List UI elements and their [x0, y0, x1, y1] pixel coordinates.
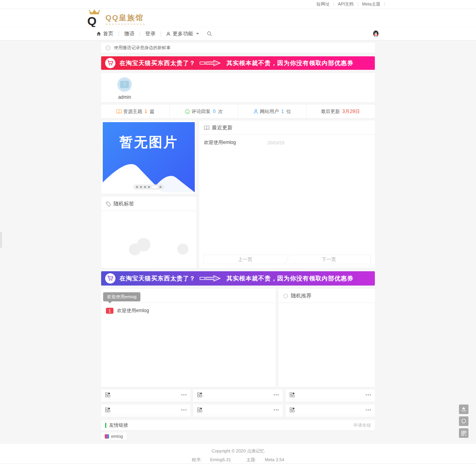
left-edge-handle[interactable] — [0, 232, 2, 248]
random-tags-title: 随机标签 — [113, 200, 134, 207]
main-content: 使用微语记录您身边的新鲜事 在淘宝天猫买东西太贵了？ 其实根本就不贵，因为你没有… — [101, 43, 375, 440]
image-slider[interactable]: 暂无图片 — [101, 121, 196, 194]
floating-toolbar: TOP — [459, 405, 468, 438]
slider-dots — [133, 184, 164, 190]
profile-user[interactable]: ? admin — [115, 77, 134, 100]
secondary-columns: 欢迎使用emlog 热度榜单 1 欢迎使用emlog 随机推荐 — [101, 289, 375, 387]
avatar[interactable]: ? — [117, 77, 132, 92]
recent-updates-card: 最近更新 欢迎使用emlog 20/03/29 上一页 下一页 — [199, 121, 375, 268]
stat-users[interactable]: 网站用户1位 — [238, 105, 307, 118]
banner-answer: 其实根本就不贵，因为你没有领取内部优惠券 — [226, 59, 353, 67]
category-card[interactable] — [101, 405, 190, 417]
qq-penguin-avatar[interactable] — [372, 30, 379, 37]
footer: Copyright © 2020 点滴记忆 程序: Emlog5.31 主题: … — [0, 444, 476, 463]
qrcode-button[interactable] — [459, 428, 468, 438]
topbar-link-short-url[interactable]: 短网址 — [313, 1, 334, 7]
friend-link-emlog[interactable]: emlog — [101, 433, 127, 440]
category-card[interactable] — [193, 389, 282, 402]
banner-answer: 其实根本就不贵，因为你没有领取内部优惠券 — [226, 275, 353, 282]
notice-text: 使用微语记录您身边的新鲜事 — [114, 45, 171, 51]
slider-dot[interactable] — [144, 186, 146, 188]
hot-list-item[interactable]: 1 欢迎使用emlog — [101, 303, 276, 318]
tag-blob — [129, 244, 141, 255]
nav-bar: 首页 微语 登录 更多功能 — [0, 27, 476, 40]
ad-banner-taobao-bottom[interactable]: 在淘宝天猫买东西太贵了？ 其实根本就不贵，因为你没有领取内部优惠券 — [101, 271, 375, 286]
slider-dot[interactable] — [136, 186, 138, 188]
category-cards-grid — [101, 389, 375, 417]
more-options-icon[interactable] — [181, 394, 186, 395]
slider-dot[interactable] — [148, 186, 150, 188]
stats-bar: 资源主题1篇 评论回复0次 网站用户1位 最后更新3月29日 — [101, 105, 375, 118]
post-link[interactable]: 欢迎使用emlog — [117, 307, 149, 314]
qq-penguin-icon — [372, 30, 379, 37]
speech-bubble-icon — [461, 418, 466, 424]
grid-icon — [290, 407, 295, 412]
nav-item-home[interactable]: 首页 — [91, 30, 119, 37]
site-logo[interactable]: Q QQ皇族馆 QQHUANGZUGUAN — [87, 10, 146, 26]
grid-icon — [197, 407, 202, 412]
cart-circle — [105, 58, 115, 68]
grid-icon — [290, 392, 295, 397]
recent-post-row[interactable]: 欢迎使用emlog 20/03/29 — [199, 135, 375, 150]
book-icon — [116, 109, 122, 114]
stat-comments[interactable]: 评论回复0次 — [170, 105, 238, 118]
cart-icon — [107, 275, 113, 282]
pagination: 上一页 下一页 — [203, 255, 371, 264]
site-subtitle: QQHUANGZUGUAN — [106, 23, 146, 25]
rank-badge: 1 — [106, 308, 113, 314]
recent-updates-title: 最近更新 — [212, 124, 232, 131]
logo-letter: Q — [87, 15, 96, 27]
topbar-link-meta-theme[interactable]: Meta主题 — [358, 1, 384, 7]
random-tags-card: 随机标签 — [101, 197, 196, 268]
no-image-text: 暂无图片 — [103, 133, 195, 151]
search-button[interactable] — [207, 31, 212, 36]
profile-card: ? admin — [101, 73, 375, 102]
more-options-icon[interactable] — [274, 394, 279, 395]
more-options-icon[interactable] — [366, 394, 371, 395]
slider-dot-active[interactable] — [152, 186, 157, 188]
smiley-icon — [185, 109, 190, 114]
slider-dot[interactable] — [159, 186, 161, 188]
home-icon — [96, 31, 101, 36]
category-card[interactable] — [101, 389, 190, 402]
banner-question: 在淘宝天猫买东西太贵了？ — [119, 59, 196, 67]
more-options-icon[interactable] — [274, 409, 279, 410]
image-placeholder-icon: ? — [120, 81, 129, 88]
nav-item-login[interactable]: 登录 — [140, 30, 161, 37]
refresh-icon — [283, 293, 288, 299]
notice-bar[interactable]: 使用微语记录您身边的新鲜事 — [101, 43, 375, 53]
slider-slide[interactable]: 暂无图片 — [103, 122, 195, 192]
comment-button[interactable] — [459, 416, 468, 426]
friend-links-list: emlog — [101, 433, 375, 440]
nav-item-weiyu[interactable]: 微语 — [119, 30, 140, 37]
grid-icon — [105, 392, 110, 397]
topbar-link-api-docs[interactable]: API文档 — [334, 1, 358, 7]
arrow-right-icon — [200, 275, 223, 282]
arrow-right-icon — [200, 59, 223, 67]
nav-item-more[interactable]: 更多功能 — [161, 30, 204, 37]
more-options-icon[interactable] — [366, 409, 371, 410]
logo-q-mark: Q — [87, 10, 102, 26]
slider-dot[interactable] — [140, 186, 142, 188]
accent-bar — [105, 423, 106, 428]
stat-resource-topics[interactable]: 资源主题1篇 — [101, 105, 170, 118]
theme-version: Meta 3.54 — [265, 457, 284, 462]
back-to-top-button[interactable]: TOP — [459, 405, 468, 414]
qrcode-icon — [461, 431, 466, 436]
next-page-button[interactable]: 下一页 — [287, 255, 370, 264]
cart-circle — [105, 273, 115, 284]
arrow-up-icon — [462, 407, 465, 409]
prev-page-button[interactable]: 上一页 — [203, 255, 287, 264]
chevron-down-icon — [196, 33, 199, 35]
ad-banner-taobao-top[interactable]: 在淘宝天猫买东西太贵了？ 其实根本就不贵，因为你没有领取内部优惠券 — [101, 56, 375, 70]
apply-link-button[interactable]: 申请友链 — [353, 422, 371, 428]
post-link[interactable]: 欢迎使用emlog — [204, 139, 267, 146]
category-card[interactable] — [286, 389, 375, 402]
user-icon — [166, 32, 171, 36]
more-options-icon[interactable] — [181, 409, 186, 410]
book-open-icon — [204, 125, 209, 130]
category-card[interactable] — [286, 405, 375, 417]
random-recommend-title: 随机推荐 — [291, 292, 311, 299]
category-card[interactable] — [193, 405, 282, 417]
random-recommend-card: 随机推荐 — [278, 289, 375, 387]
